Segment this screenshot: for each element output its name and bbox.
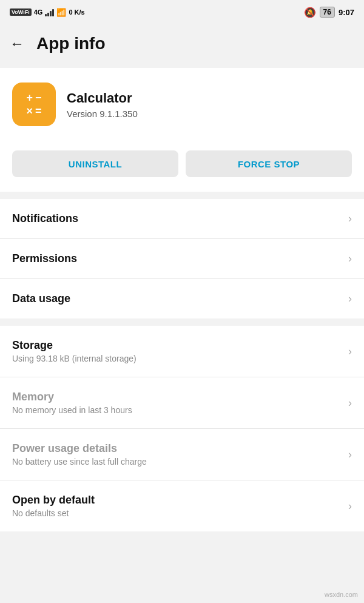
app-name: Calculator [67,90,138,106]
power-usage-content: Power usage details No battery use since… [12,442,147,467]
notifications-chevron: › [348,212,352,225]
data-usage-content: Data usage [12,292,70,305]
notifications-content: Notifications [12,212,78,225]
memory-chevron: › [348,397,352,409]
storage-title: Storage [12,339,136,352]
permissions-title: Permissions [12,252,77,265]
status-bar: VoWiFi 4G 📶 0 K/s 🔕 76 9:07 [0,0,364,24]
open-by-default-subtitle: No defaults set [12,508,95,518]
wifi-icon: 📶 [56,8,66,17]
open-by-default-chevron: › [348,500,352,513]
time-display: 9:07 [339,8,354,17]
power-usage-subtitle: No battery use since last full charge [12,457,147,467]
battery-level: 76 [320,7,335,18]
permissions-content: Permissions [12,252,77,265]
app-details: Calculator Version 9.1.1.350 [67,90,138,119]
icon-plus: + [26,92,33,103]
uninstall-button[interactable]: UNINSTALL [12,150,178,177]
open-by-default-title: Open by default [12,494,95,507]
memory-title: Memory [12,391,132,403]
data-usage-item[interactable]: Data usage › [0,279,364,318]
icon-multiply: × [26,106,33,116]
app-icon: + − × = [12,83,56,126]
signal-label: 4G [34,8,43,16]
permissions-chevron: › [348,252,352,265]
memory-item[interactable]: Memory No memory used in last 3 hours › [0,377,364,429]
power-usage-chevron: › [348,448,352,461]
notifications-title: Notifications [12,212,78,225]
vowifi-label: VoWiFi [10,8,32,16]
app-icon-grid: + − × = [21,87,46,121]
app-bar: ← App info [0,24,364,63]
memory-content: Memory No memory used in last 3 hours [12,391,132,415]
status-right: 🔕 76 9:07 [304,7,354,18]
app-card: + − × = Calculator Version 9.1.1.350 [0,68,364,141]
icon-minus: − [35,92,42,103]
storage-subtitle: Using 93.18 kB (internal storage) [12,354,136,363]
app-version: Version 9.1.1.350 [67,109,138,119]
menu-section-2: Storage Using 93.18 kB (internal storage… [0,326,364,531]
signal-bars [45,8,54,16]
storage-content: Storage Using 93.18 kB (internal storage… [12,339,136,363]
mute-icon: 🔕 [304,7,316,18]
notifications-item[interactable]: Notifications › [0,199,364,239]
open-by-default-content: Open by default No defaults set [12,494,95,518]
status-left: VoWiFi 4G 📶 0 K/s [10,8,85,17]
icon-equals: = [35,106,42,116]
back-button[interactable]: ← [10,36,24,51]
data-usage-title: Data usage [12,292,70,305]
storage-chevron: › [348,345,352,358]
menu-section-1: Notifications › Permissions › Data usage… [0,199,364,318]
watermark: wsxdn.com [325,591,358,598]
permissions-item[interactable]: Permissions › [0,239,364,279]
action-buttons: UNINSTALL FORCE STOP [0,141,364,192]
memory-subtitle: No memory used in last 3 hours [12,405,132,415]
power-usage-title: Power usage details [12,442,147,455]
data-usage-chevron: › [348,292,352,305]
storage-item[interactable]: Storage Using 93.18 kB (internal storage… [0,326,364,377]
page-title: App info [36,34,106,53]
open-by-default-item[interactable]: Open by default No defaults set › [0,480,364,531]
force-stop-button[interactable]: FORCE STOP [186,150,352,177]
network-speed: 0 K/s [69,8,84,16]
power-usage-item[interactable]: Power usage details No battery use since… [0,429,364,480]
